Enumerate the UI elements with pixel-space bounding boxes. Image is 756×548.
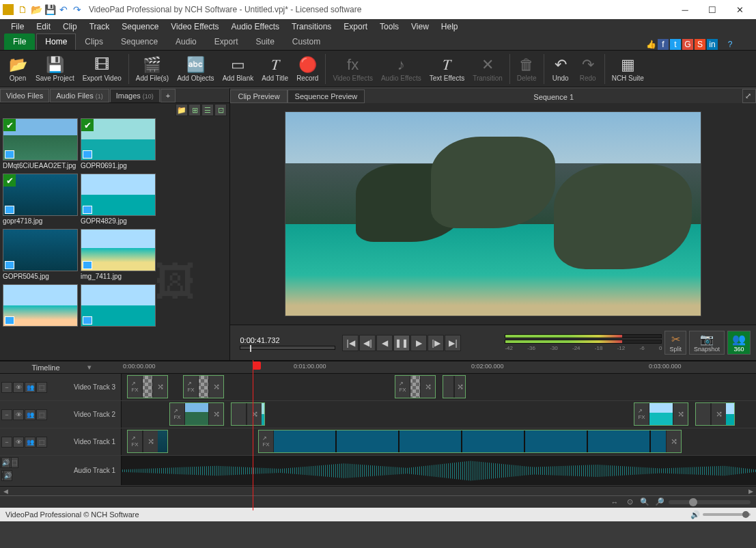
step-forward-button[interactable]: ▶ [410,335,427,351]
play-pause-button[interactable]: ❚❚ [393,335,410,351]
linkedin-icon[interactable]: in [707,39,718,50]
facebook-icon[interactable]: f [658,39,669,50]
menu-sequence[interactable]: Sequence [116,20,164,33]
maximize-button[interactable]: ☐ [699,0,726,19]
ribbon-tab-file[interactable]: File [4,33,35,50]
clip[interactable]: ↗FX⤭ [634,402,688,426]
playhead-marker[interactable] [253,361,261,370]
qat-save-icon[interactable]: 💾 [44,3,56,16]
google-plus-icon[interactable]: G [682,39,693,50]
media-tab-video-files[interactable]: Video Files [0,89,49,102]
export-video-button[interactable]: 🎞Export Video [79,54,126,83]
goto-end-button[interactable]: ▶| [445,335,461,351]
thumbnail[interactable]: ✔gopr4718.jpg [3,174,78,226]
add-to-timeline-icon[interactable]: ⊞ [188,104,201,116]
thumbnail[interactable]: ✔GOPR0691.jpg [81,118,156,171]
menu-file[interactable]: File [5,20,29,33]
link-icon[interactable]: 👥 [25,382,36,393]
menu-tools[interactable]: Tools [374,20,404,33]
goto-start-button[interactable]: |◀ [342,335,359,351]
clip[interactable]: ↗FX⤭ [127,375,168,398]
text-effects-button[interactable]: 𝑇Text Effects [425,54,469,83]
snapshot-button[interactable]: 📷Snapshot [689,331,725,355]
clip[interactable]: ⤭ [695,402,735,426]
thumbnail[interactable]: GOPR5045.jpg [3,229,78,282]
thumbnail[interactable]: ✔DMqt6CiUEAAO2ET.jpg [3,118,78,171]
speaker-icon[interactable]: 🔊 [3,470,12,481]
collapse-icon[interactable]: − [0,457,1,468]
clip[interactable]: ↗FX⤭ [258,430,682,453]
qat-open-icon[interactable]: 📂 [30,3,42,16]
add-media-tab-button[interactable]: + [160,89,176,102]
volume-slider[interactable] [1,473,3,478]
menu-edit[interactable]: Edit [31,20,56,33]
folder-icon[interactable]: 📁 [176,104,188,116]
popout-icon[interactable]: ⤢ [742,89,756,103]
magnet-icon[interactable]: ⊙ [624,497,636,507]
ribbon-tab-sequence[interactable]: Sequence [112,33,167,50]
clip[interactable]: ↗FX⤭ [395,375,436,398]
link-icon[interactable]: 👥 [25,437,36,448]
track-lane[interactable]: ↗FX⤭ ↗FX⤭ [122,428,756,455]
stumble-icon[interactable]: S [695,39,705,50]
qat-new-icon[interactable]: 🗋 [16,3,29,16]
thumbnail[interactable]: GOPR4829.jpg [81,174,156,226]
undo-button[interactable]: ↶Undo [547,54,574,83]
lock-icon[interactable]: ⬚ [36,409,47,420]
clip[interactable]: ⤭ [231,402,265,426]
audio-lane[interactable] [122,456,756,485]
media-tab-audio-files[interactable]: Audio Files (1) [50,89,109,102]
list-view-icon[interactable]: ☰ [201,104,214,116]
360-button[interactable]: 👥360 [727,331,751,355]
ribbon-tab-clips[interactable]: Clips [76,33,112,50]
menu-audio-effects[interactable]: Audio Effects [226,20,285,33]
tab-clip-preview[interactable]: Clip Preview [230,90,287,103]
menu-help[interactable]: Help [436,20,464,33]
snap-icon[interactable]: ↔ [608,497,621,507]
eye-icon[interactable]: 👁 [13,382,24,393]
add-objects-button[interactable]: 🔤Add Objects [173,54,218,83]
scrub-bar[interactable] [240,346,335,350]
eye-icon[interactable]: 👁 [13,437,24,448]
eye-icon[interactable]: 👁 [13,409,24,420]
thumbnail[interactable] [3,284,78,329]
menu-video-effects[interactable]: Video Effects [165,20,224,33]
qat-undo-icon[interactable]: ↶ [57,3,70,16]
clip[interactable]: ↗FX⤭ [169,402,224,426]
add-blank-button[interactable]: ▭Add Blank [219,54,258,83]
open-button[interactable]: 📂Open [4,54,31,83]
zoom-slider[interactable] [669,500,751,504]
volume-slider[interactable] [703,513,751,516]
zoom-in-icon[interactable]: 🔎 [654,497,666,507]
zoom-out-icon[interactable]: 🔍 [639,497,651,507]
lock-icon[interactable]: ⬚ [11,457,18,468]
menu-export[interactable]: Export [338,20,373,33]
ribbon-tab-home[interactable]: Home [36,33,76,50]
ribbon-tab-suite[interactable]: Suite [247,33,283,50]
ribbon-tab-audio[interactable]: Audio [167,33,206,50]
menu-transitions[interactable]: Transitions [286,20,337,33]
like-icon[interactable]: 👍 [645,39,656,50]
thumbnail[interactable] [81,284,156,329]
collapse-icon[interactable]: − [1,409,12,420]
clip[interactable]: ⤭ [443,375,466,398]
add-files-button[interactable]: 🎬Add File(s) [132,54,173,83]
prev-clip-button[interactable]: ◀| [359,335,376,351]
timeline-scrollbar[interactable]: ◀ ▶ [0,486,756,495]
speaker-icon[interactable]: 🔊 [690,510,700,519]
media-tab-images[interactable]: Images (10) [110,89,160,102]
thumbnail[interactable]: img_7411.jpg [81,229,156,282]
record-button[interactable]: 🔴Record [292,54,322,83]
twitter-icon[interactable]: t [670,39,681,50]
qat-redo-icon[interactable]: ↷ [71,3,83,16]
clip[interactable]: ↗FX⤭ [183,375,224,398]
step-back-button[interactable]: ◀ [376,335,393,351]
collapse-icon[interactable]: − [1,437,12,448]
lock-icon[interactable]: ⬚ [36,437,47,448]
speaker-icon[interactable]: 🔊 [1,457,10,468]
timeline-ruler[interactable]: 0:00:00.0000:01:00.0000:02:00.0000:03:00… [123,361,756,373]
split-button[interactable]: ✂Split [664,331,686,355]
ribbon-tab-custom[interactable]: Custom [283,33,329,50]
dropdown-icon[interactable]: ▾ [87,363,92,372]
collapse-icon[interactable]: − [1,382,12,393]
